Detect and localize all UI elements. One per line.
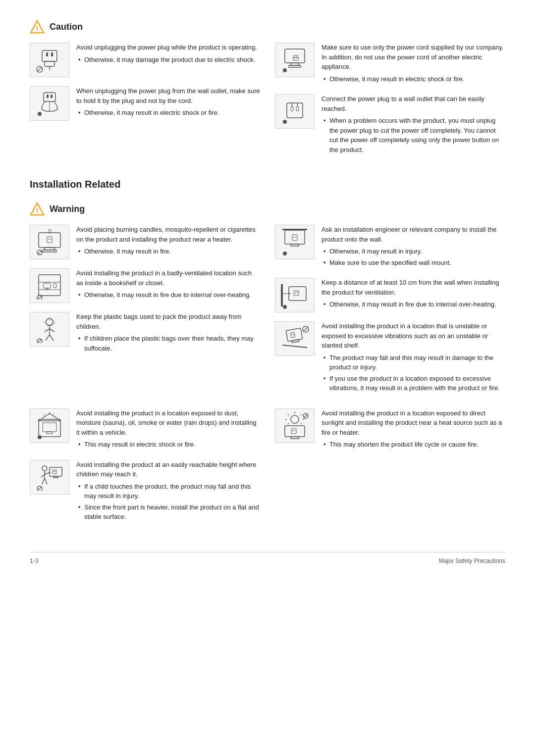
wall-mount-icon bbox=[280, 229, 310, 256]
svg-line-94 bbox=[42, 478, 45, 484]
svg-rect-5 bbox=[45, 61, 54, 66]
warning-icon: ! bbox=[30, 202, 45, 216]
svg-line-95 bbox=[45, 478, 47, 484]
warning-title: Warning bbox=[50, 204, 85, 214]
warning-columns-2: Avoid installing the product in a locati… bbox=[30, 408, 505, 532]
svg-rect-65 bbox=[281, 284, 283, 306]
caution-item-1: Avoid unplugging the power plug while th… bbox=[30, 43, 260, 77]
svg-rect-61 bbox=[292, 235, 297, 241]
caution-icon-2 bbox=[30, 86, 69, 121]
svg-line-53 bbox=[46, 335, 50, 341]
child-reach-icon bbox=[35, 463, 64, 491]
caution-columns: Avoid unplugging the power plug while th… bbox=[30, 43, 505, 165]
warning-icon-2 bbox=[30, 268, 69, 303]
warning-text-2: Avoid installing the product in a badly-… bbox=[76, 268, 260, 302]
section-name: Major Safety Precautions bbox=[439, 557, 505, 564]
svg-rect-113 bbox=[291, 429, 296, 434]
bookshelf-prohibited-icon bbox=[35, 272, 64, 300]
warning-header: ! Warning bbox=[30, 202, 505, 216]
svg-rect-10 bbox=[47, 95, 49, 98]
svg-line-107 bbox=[301, 423, 302, 424]
caution-text-1: Avoid unplugging the power plug while th… bbox=[76, 43, 260, 66]
warning-icon-3 bbox=[30, 312, 69, 347]
svg-rect-29 bbox=[39, 233, 60, 248]
caution-title: Caution bbox=[50, 22, 83, 32]
svg-rect-16 bbox=[289, 65, 301, 67]
svg-point-115 bbox=[294, 430, 295, 431]
svg-point-63 bbox=[295, 237, 296, 238]
warning-right-item-2: Keep a distance of at least 10 cm from t… bbox=[275, 278, 505, 312]
svg-point-35 bbox=[48, 239, 49, 240]
caution-icon-1 bbox=[30, 43, 69, 77]
warning-item-2: Avoid installing the product in a badly-… bbox=[30, 268, 260, 303]
svg-rect-112 bbox=[291, 437, 299, 439]
installation-title: Installation Related bbox=[30, 179, 505, 193]
caution-text-2: When unplugging the power plug from the … bbox=[76, 86, 260, 119]
svg-point-78 bbox=[291, 334, 292, 335]
warning-text-4: Avoid installing the product in a locati… bbox=[76, 408, 260, 451]
svg-rect-2 bbox=[42, 50, 57, 61]
svg-rect-34 bbox=[47, 237, 52, 243]
warning-item-3: Keep the plastic bags used to pack the p… bbox=[30, 312, 260, 354]
page-number: 1-3 bbox=[30, 557, 38, 564]
svg-line-8 bbox=[38, 67, 42, 71]
svg-rect-85 bbox=[47, 432, 53, 434]
svg-line-74 bbox=[282, 345, 307, 348]
distance-icon bbox=[280, 282, 310, 309]
svg-point-99 bbox=[54, 471, 54, 472]
svg-line-51 bbox=[45, 329, 50, 332]
svg-point-64 bbox=[283, 252, 287, 255]
svg-rect-44 bbox=[54, 284, 56, 288]
svg-point-18 bbox=[294, 56, 296, 58]
bag-children-icon bbox=[35, 316, 64, 343]
svg-rect-39 bbox=[39, 275, 60, 296]
installation-section: Installation Related ! Warning bbox=[30, 179, 505, 532]
svg-line-105 bbox=[301, 414, 302, 415]
svg-rect-14 bbox=[285, 49, 305, 63]
svg-rect-42 bbox=[44, 283, 51, 288]
warning-item-1: Avoid placing burning candles, mosquito-… bbox=[30, 225, 260, 259]
sunlight-icon bbox=[280, 412, 310, 439]
power-cord-icon bbox=[280, 47, 310, 74]
caution-section: ! Caution bbox=[30, 20, 505, 165]
svg-rect-66 bbox=[289, 287, 306, 301]
warning-icon-9 bbox=[275, 408, 315, 443]
svg-line-38 bbox=[38, 251, 42, 254]
svg-line-108 bbox=[288, 414, 289, 415]
svg-point-79 bbox=[293, 334, 294, 335]
svg-point-62 bbox=[293, 237, 294, 238]
caution-right-text-2: Connect the power plug to a wall outlet … bbox=[321, 94, 505, 156]
svg-rect-82 bbox=[39, 419, 60, 437]
warning-right-item-4: Avoid installing the product in a locati… bbox=[275, 408, 505, 451]
svg-point-103 bbox=[291, 415, 299, 423]
svg-point-26 bbox=[283, 120, 287, 124]
svg-point-68 bbox=[295, 292, 296, 293]
svg-line-86 bbox=[44, 413, 45, 417]
warning-right-col-2: Avoid installing the product in a locati… bbox=[275, 408, 505, 532]
svg-point-89 bbox=[38, 435, 42, 439]
caution-right-text-1: Make sure to use only the power cord sup… bbox=[321, 43, 505, 85]
svg-line-92 bbox=[41, 474, 45, 477]
svg-point-36 bbox=[50, 239, 51, 240]
svg-rect-77 bbox=[290, 332, 295, 337]
svg-marker-72 bbox=[289, 293, 291, 295]
svg-line-117 bbox=[304, 414, 308, 418]
svg-rect-97 bbox=[54, 476, 58, 478]
warning-right-text-1: Ask an installation engineer or relevant… bbox=[321, 225, 505, 269]
caution-right-col: Make sure to use only the power cord sup… bbox=[275, 43, 505, 165]
warning-right-text-3: Avoid installing the product in a locati… bbox=[321, 321, 505, 395]
svg-line-48 bbox=[38, 296, 42, 300]
plug-prohibited-icon bbox=[35, 47, 64, 74]
candles-prohibited-icon bbox=[35, 229, 64, 256]
svg-rect-31 bbox=[43, 250, 56, 252]
svg-rect-43 bbox=[46, 288, 48, 290]
caution-header: ! Caution bbox=[30, 20, 505, 34]
svg-rect-96 bbox=[50, 467, 62, 476]
svg-point-13 bbox=[38, 112, 42, 116]
warning-text-5: Avoid installing the product at an easil… bbox=[76, 460, 260, 523]
svg-rect-98 bbox=[53, 470, 56, 474]
warning-right-col: Ask an installation engineer or relevant… bbox=[275, 225, 505, 403]
warning-left-col-2: Avoid installing the product in a locati… bbox=[30, 408, 260, 532]
warning-icon-8 bbox=[30, 460, 69, 495]
svg-rect-9 bbox=[44, 93, 55, 101]
